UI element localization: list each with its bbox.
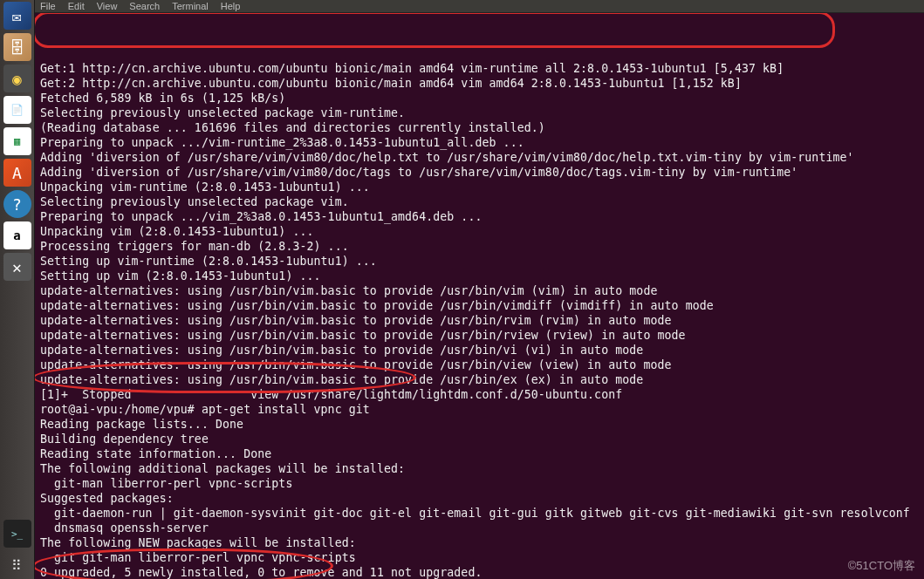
terminal-line: Setting up vim-runtime (2:8.0.1453-1ubun… <box>40 254 919 269</box>
terminal-line: Selecting previously unselected package … <box>40 106 919 120</box>
terminal-line: Preparing to unpack .../vim-runtime_2%3a… <box>40 135 919 150</box>
terminal-line: 0 upgraded, 5 newly installed, 0 to remo… <box>40 565 919 579</box>
menu-edit[interactable]: Edit <box>68 1 85 11</box>
terminal-line: update-alternatives: using /usr/bin/vim.… <box>40 283 919 298</box>
terminal-window: File Edit View Search Terminal Help Get:… <box>35 0 924 579</box>
terminal-line: Setting up vim (2:8.0.1453-1ubuntu1) ... <box>40 269 919 283</box>
terminal-line: git git-man liberror-perl vpnc vpnc-scri… <box>40 550 919 565</box>
terminal-line: update-alternatives: using /usr/bin/vim.… <box>40 313 919 328</box>
terminal-line: (Reading database ... 161696 files and d… <box>40 120 919 135</box>
ubuntu-software-icon[interactable]: A <box>3 159 31 187</box>
terminal-line: Building dependency tree <box>40 432 919 446</box>
settings-icon[interactable]: ✕ <box>3 253 31 281</box>
terminal-line: The following additional packages will b… <box>40 461 919 476</box>
terminal-line: Suggested packages: <box>40 491 919 506</box>
menu-terminal[interactable]: Terminal <box>172 1 209 11</box>
terminal-line: Reading state information... Done <box>40 446 919 461</box>
terminal-line: Get:2 http://cn.archive.ubuntu.com/ubunt… <box>40 76 919 91</box>
terminal-line: root@ai-vpu:/home/vpu# apt-get install v… <box>40 402 919 417</box>
terminal-line: Reading package lists... Done <box>40 417 919 432</box>
show-applications-icon[interactable]: ⠿ <box>3 551 31 579</box>
terminal-line: update-alternatives: using /usr/bin/vim.… <box>40 328 919 343</box>
thunderbird-icon[interactable]: ✉ <box>3 2 31 30</box>
unity-launcher: ✉ 🗄 ◉ 📄 ▦ A ? a ✕ >_ ⠿ <box>0 0 35 579</box>
amazon-icon[interactable]: a <box>3 221 31 249</box>
terminal-icon[interactable]: >_ <box>3 520 31 548</box>
files-icon[interactable]: 🗄 <box>3 33 31 61</box>
terminal-line: git-daemon-run | git-daemon-sysvinit git… <box>40 506 919 521</box>
terminal-line: git-man liberror-perl vpnc-scripts <box>40 476 919 491</box>
watermark: ©51CTO博客 <box>848 558 915 574</box>
terminal-line: [1]+ Stopped view /usr/share/lightdm/lig… <box>40 387 919 402</box>
terminal-line: Selecting previously unselected package … <box>40 194 919 209</box>
terminal-line: Unpacking vim-runtime (2:8.0.1453-1ubunt… <box>40 180 919 194</box>
menubar: File Edit View Search Terminal Help <box>35 0 924 13</box>
terminal-line: Get:1 http://cn.archive.ubuntu.com/ubunt… <box>40 61 919 76</box>
menu-file[interactable]: File <box>40 1 56 11</box>
menu-help[interactable]: Help <box>221 1 241 11</box>
terminal-line: dnsmasq openssh-server <box>40 521 919 535</box>
terminal-body[interactable]: Get:1 http://cn.archive.ubuntu.com/ubunt… <box>35 13 924 579</box>
calc-icon[interactable]: ▦ <box>3 127 31 155</box>
terminal-line: update-alternatives: using /usr/bin/vim.… <box>40 372 919 387</box>
terminal-line: Processing triggers for man-db (2.8.3-2)… <box>40 239 919 254</box>
terminal-line: Unpacking vim (2:8.0.1453-1ubuntu1) ... <box>40 224 919 239</box>
terminal-line: Preparing to unpack .../vim_2%3a8.0.1453… <box>40 209 919 224</box>
music-icon[interactable]: ◉ <box>3 65 31 92</box>
terminal-line: update-alternatives: using /usr/bin/vim.… <box>40 358 919 372</box>
writer-icon[interactable]: 📄 <box>3 96 31 124</box>
terminal-line: update-alternatives: using /usr/bin/vim.… <box>40 343 919 358</box>
help-icon[interactable]: ? <box>3 190 31 218</box>
terminal-line: Fetched 6,589 kB in 6s (1,125 kB/s) <box>40 91 919 106</box>
terminal-line: Adding 'diversion of /usr/share/vim/vim8… <box>40 150 919 165</box>
terminal-line: Adding 'diversion of /usr/share/vim/vim8… <box>40 165 919 180</box>
menu-search[interactable]: Search <box>129 1 160 11</box>
menu-view[interactable]: View <box>97 1 118 11</box>
annotation-top <box>35 13 835 48</box>
terminal-line: The following NEW packages will be insta… <box>40 535 919 550</box>
terminal-line: update-alternatives: using /usr/bin/vim.… <box>40 298 919 313</box>
